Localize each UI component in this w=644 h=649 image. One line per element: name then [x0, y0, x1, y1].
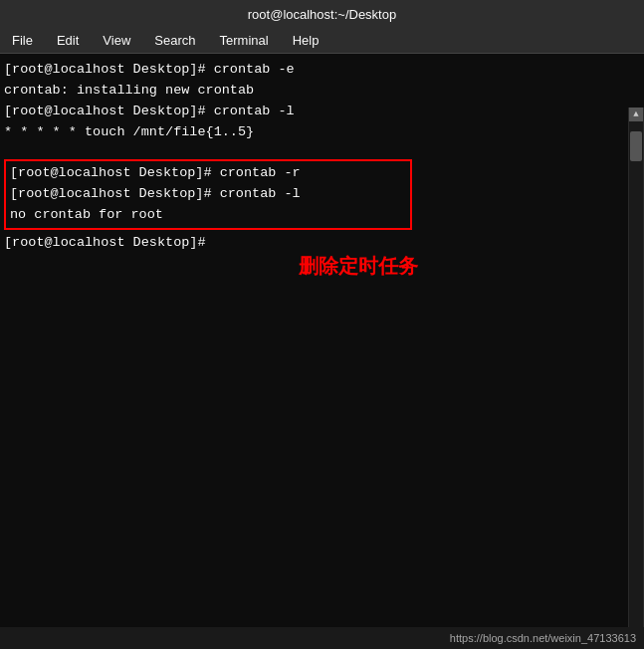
status-bar: https://blog.csdn.net/weixin_47133613	[0, 627, 644, 649]
title-bar: root@localhost:~/Desktop	[0, 0, 644, 28]
menu-edit[interactable]: Edit	[53, 31, 83, 50]
highlight-box: [root@localhost Desktop]# crontab -r [ro…	[4, 159, 412, 230]
menu-bar: File Edit View Search Terminal Help	[0, 28, 644, 54]
term-line-highlight-3: no crontab for root	[6, 205, 410, 226]
title-text: root@localhost:~/Desktop	[248, 7, 396, 22]
menu-view[interactable]: View	[99, 31, 134, 50]
menu-help[interactable]: Help	[289, 31, 323, 50]
menu-search[interactable]: Search	[150, 31, 199, 50]
scroll-track[interactable]	[629, 121, 643, 627]
annotation-text: 删除定时任务	[299, 253, 418, 280]
term-line-post: [root@localhost Desktop]#	[4, 233, 631, 254]
pre-box-lines: [root@localhost Desktop]# crontab -e cro…	[4, 60, 631, 143]
scrollbar[interactable]: ▲ ▼	[628, 108, 644, 627]
term-line: [root@localhost Desktop]# crontab -e	[4, 60, 631, 81]
terminal[interactable]: [root@localhost Desktop]# crontab -e cro…	[0, 54, 644, 627]
term-line-highlight-2: [root@localhost Desktop]# crontab -l	[6, 184, 410, 205]
post-box-lines: [root@localhost Desktop]#	[4, 233, 631, 254]
term-line-highlight-1: [root@localhost Desktop]# crontab -r	[6, 163, 410, 184]
term-line: crontab: installing new crontab	[4, 81, 631, 102]
scroll-up-arrow[interactable]: ▲	[629, 108, 643, 121]
menu-terminal[interactable]: Terminal	[216, 31, 273, 50]
menu-file[interactable]: File	[8, 31, 37, 50]
scroll-thumb[interactable]	[630, 131, 642, 161]
watermark-text: https://blog.csdn.net/weixin_47133613	[450, 632, 636, 644]
term-line: * * * * * touch /mnt/file{1..5}	[4, 122, 631, 143]
term-line: [root@localhost Desktop]# crontab -l	[4, 102, 631, 122]
